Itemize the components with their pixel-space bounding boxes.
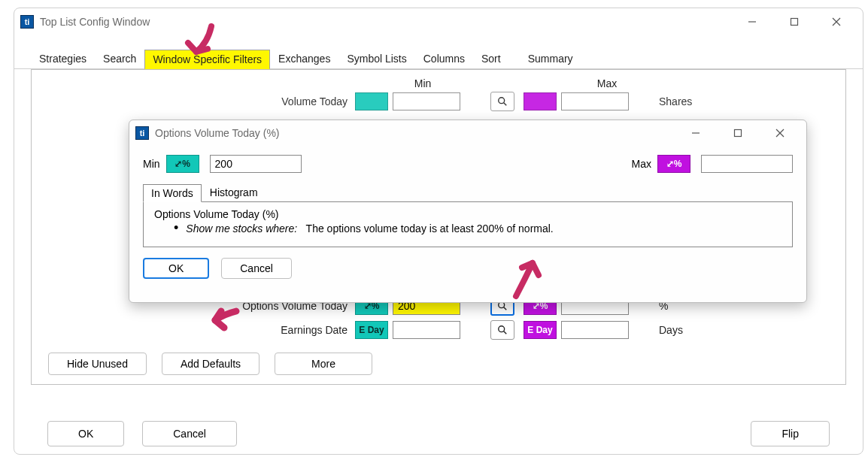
max-pill-icon — [524, 92, 557, 110]
earnings-date-max-input[interactable] — [561, 321, 629, 339]
minimize-icon[interactable] — [681, 123, 710, 144]
earnings-date-min-input[interactable] — [393, 321, 460, 339]
in-words-panel: Options Volume Today (%) Show me stocks … — [143, 201, 793, 247]
add-defaults-button[interactable]: Add Defaults — [162, 353, 259, 375]
min-pill-icon — [355, 92, 388, 110]
unit-earnings-date: Days — [659, 324, 683, 336]
tab-strategies[interactable]: Strategies — [31, 49, 95, 68]
tab-search[interactable]: Search — [95, 49, 144, 68]
dialog-minmax-row: Min ⤢% Max ⤢% — [143, 149, 793, 183]
tab-exchanges[interactable]: Exchanges — [270, 49, 338, 68]
search-icon[interactable] — [490, 320, 514, 340]
dialog-min-label: Min — [143, 158, 160, 170]
tab-summary[interactable]: Summary — [520, 49, 581, 68]
tab-histogram[interactable]: Histogram — [202, 183, 266, 201]
bottom-left-buttons: OK Cancel — [47, 421, 237, 446]
label-volume-today: Volume Today — [47, 95, 355, 107]
in-words-lead: Show me stocks where: — [186, 222, 297, 235]
svg-rect-1 — [791, 19, 798, 26]
more-button[interactable]: More — [275, 353, 372, 375]
volume-today-max-input[interactable] — [561, 92, 629, 110]
annotation-arrow-down-icon — [178, 20, 223, 65]
dialog-window-controls — [681, 123, 800, 144]
close-icon[interactable] — [822, 11, 851, 32]
tab-columns[interactable]: Columns — [415, 49, 473, 68]
in-words-heading: Options Volume Today (%) — [154, 208, 782, 220]
bottom-right-buttons: Flip — [751, 421, 830, 446]
filter-row-earnings-date: Earnings Date E Day E Day Days — [47, 318, 830, 342]
volume-today-min-input[interactable] — [393, 92, 460, 110]
filter-row-volume-today: Volume Today Shares — [47, 89, 830, 113]
maximize-icon[interactable] — [724, 123, 752, 144]
svg-point-4 — [499, 98, 505, 104]
unit-volume-today: Shares — [659, 95, 692, 107]
options-volume-dialog: ti Options Volume Today (%) Min ⤢% Max ⤢… — [129, 120, 807, 303]
in-words-text: The options volume today is at least 200… — [306, 222, 554, 235]
cancel-button[interactable]: Cancel — [142, 421, 237, 446]
hide-unused-button[interactable]: Hide Unused — [48, 353, 147, 375]
panel-buttons: Hide Unused Add Defaults More — [47, 342, 830, 375]
dialog-tabs: In Words Histogram — [143, 183, 793, 202]
tab-sort[interactable]: Sort — [473, 49, 509, 68]
dialog-max-label: Max — [632, 158, 651, 170]
close-icon[interactable] — [766, 123, 794, 144]
label-earnings-date: Earnings Date — [47, 324, 355, 336]
search-icon[interactable] — [490, 92, 514, 111]
svg-rect-11 — [735, 130, 742, 137]
in-words-sentence: Show me stocks where: The options volume… — [154, 220, 782, 236]
ok-button[interactable]: OK — [47, 421, 124, 446]
window-controls — [738, 11, 857, 32]
dialog-ok-button[interactable]: OK — [143, 258, 209, 279]
dialog-title: Options Volume Today (%) — [155, 127, 681, 139]
max-pill-icon: ⤢% — [657, 155, 690, 173]
column-headers: Min Max — [47, 77, 830, 89]
minimize-icon[interactable] — [738, 11, 766, 32]
window-title: Top List Config Window — [40, 16, 738, 28]
dialog-buttons: OK Cancel — [143, 247, 793, 279]
col-max: Max — [536, 77, 678, 89]
dialog-max-input[interactable] — [701, 155, 793, 173]
tab-in-words[interactable]: In Words — [143, 184, 202, 202]
main-titlebar: ti Top List Config Window — [14, 8, 863, 35]
svg-point-8 — [499, 326, 505, 332]
app-icon: ti — [135, 126, 149, 140]
min-pill-icon: ⤢% — [166, 155, 199, 173]
svg-line-7 — [504, 307, 507, 310]
dialog-body: Min ⤢% Max ⤢% In Words Histogram Options… — [129, 146, 806, 282]
flip-button[interactable]: Flip — [751, 421, 830, 446]
svg-line-9 — [504, 331, 507, 334]
app-icon: ti — [20, 15, 34, 29]
col-min: Min — [355, 77, 490, 89]
dialog-titlebar: ti Options Volume Today (%) — [129, 120, 806, 146]
maximize-icon[interactable] — [780, 11, 809, 32]
min-pill-icon: E Day — [355, 321, 388, 339]
dialog-cancel-button[interactable]: Cancel — [221, 258, 292, 279]
tab-symbol-lists[interactable]: Symbol Lists — [338, 49, 414, 68]
config-tabs: Strategies Search Window Specific Filter… — [14, 49, 863, 69]
max-pill-icon: E Day — [524, 321, 557, 339]
svg-line-5 — [504, 103, 507, 106]
annotation-arrow-left-icon — [208, 307, 241, 332]
annotation-arrow-up-icon — [502, 253, 555, 305]
dialog-min-input[interactable] — [210, 155, 302, 173]
